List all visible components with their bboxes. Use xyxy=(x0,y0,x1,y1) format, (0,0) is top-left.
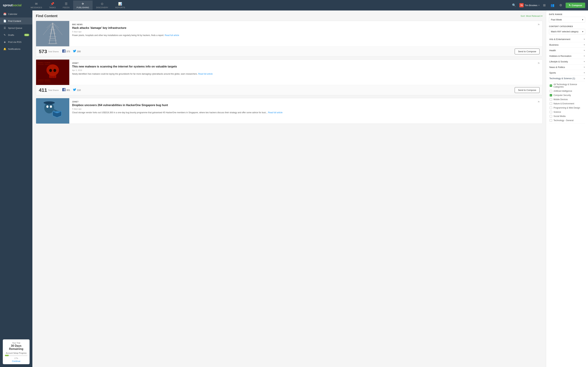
subcat-tech-general[interactable]: Technology - General xyxy=(549,118,585,123)
svg-text:01100101 10110100: 01100101 10110100 xyxy=(38,81,50,83)
nav-items: ✉ Messages 📌 Tasks ☰ Feeds ✈ Publishing … xyxy=(27,0,511,10)
tech-general-checkbox[interactable] xyxy=(550,119,552,122)
subcat-ai[interactable]: Artificial Intelligence xyxy=(549,89,585,93)
svg-point-30 xyxy=(46,105,49,108)
read-more-link-3[interactable]: Read full article xyxy=(268,111,283,114)
cat-sports[interactable]: Sports ▾ xyxy=(549,70,585,76)
nature-checkbox[interactable] xyxy=(550,102,552,105)
article-thumbnail-3 xyxy=(36,98,69,124)
subcat-science[interactable]: Science xyxy=(549,110,585,114)
mobile-checkbox[interactable] xyxy=(550,98,552,101)
nav-reports[interactable]: 📊 Reports xyxy=(112,0,129,10)
chevron-right-icon: ▾ xyxy=(584,72,585,74)
subcat-mobile-devices[interactable]: Mobile Devices xyxy=(549,97,585,101)
article-body-1: ⚑ BBC News Hack attacks 'damage' key inf… xyxy=(69,21,542,46)
cat-lifestyle[interactable]: Lifestyle & Society ▾ xyxy=(549,59,585,65)
nav-tasks[interactable]: 📌 Tasks xyxy=(46,0,59,10)
page-title: Find Content xyxy=(36,14,57,18)
ai-checkbox[interactable] xyxy=(550,90,552,92)
article-date-1: 5 days ago xyxy=(72,31,539,33)
trial-box: Your Trial 30 Days Remaining Account Set… xyxy=(3,339,30,364)
flag-button-3[interactable]: ⚑ xyxy=(537,100,540,104)
sidebar-item-calendar[interactable]: 📅 Calendar xyxy=(0,10,32,17)
twitter-share-2: 110 xyxy=(73,88,81,92)
gear-icon[interactable]: ⚙ xyxy=(558,3,563,8)
facebook-share-1: 373 xyxy=(62,50,70,53)
sidebar-item-post-rss[interactable]: ◈ Post via RSS xyxy=(0,38,32,45)
user-avatar: TB xyxy=(519,3,524,7)
cat-business[interactable]: Business ▾ xyxy=(549,42,585,48)
nav-discovery[interactable]: ⊙ Discovery xyxy=(93,0,112,10)
sidebar-item-sprout-queue[interactable]: ☰ Sprout Queue xyxy=(0,25,32,32)
shares-label-1: Total Shares xyxy=(48,50,59,53)
grid-icon[interactable]: ⊞ xyxy=(542,3,547,8)
cat-hobbies[interactable]: Hobbies & Recreation ▾ xyxy=(549,53,585,59)
science-checkbox[interactable] xyxy=(550,111,552,113)
content-cats-dropdown[interactable]: Match ANY selected category ▾ xyxy=(549,29,585,34)
article-title-2: This new malware is scanning the interne… xyxy=(72,65,539,68)
send-compose-button-2[interactable]: Send to Compose xyxy=(515,87,539,93)
article-body-3: ⚑ ZDNet Dropbox uncovers 264 vulnerabili… xyxy=(69,98,542,124)
reports-icon: 📊 xyxy=(118,2,122,6)
prog-checkbox[interactable] xyxy=(550,107,552,109)
sidebar-item-find-content[interactable]: 📄 Find Content xyxy=(0,17,32,25)
cat-tech-science[interactable]: Technology & Science (1) ▴ xyxy=(549,76,585,81)
flag-button-2[interactable]: ⚑ xyxy=(537,62,540,65)
content-cats-label: Content Categories xyxy=(549,25,585,27)
sort-control[interactable]: Sort: Most Relevant ▾ xyxy=(521,15,543,17)
progress-bar-fill xyxy=(5,355,9,356)
social-media-checkbox[interactable] xyxy=(550,115,552,117)
article-source-1: BBC News xyxy=(72,23,539,25)
continue-link[interactable]: Continue xyxy=(5,360,27,362)
user-menu[interactable]: TB Tim Brookes ▾ xyxy=(519,3,539,7)
subcat-computer-security[interactable]: ✓ Computer Security xyxy=(549,93,585,97)
sidebar-item-drafts[interactable]: ✎ Drafts New xyxy=(0,32,32,38)
cat-news[interactable]: News & Politics ▾ xyxy=(549,65,585,70)
chevron-down-icon: ▾ xyxy=(582,18,583,21)
facebook-icon xyxy=(62,50,65,53)
search-button[interactable]: 🔍 xyxy=(511,3,517,8)
subcat-social-media[interactable]: Social Media xyxy=(549,114,585,118)
article-date-3: 4 days ago xyxy=(72,108,539,110)
drafts-icon: ✎ xyxy=(3,33,6,36)
tasks-icon: 📌 xyxy=(50,2,54,6)
feeds-icon: ☰ xyxy=(65,2,68,6)
nav-feeds[interactable]: ☰ Feeds xyxy=(59,0,73,10)
subcat-all-tech[interactable]: − All Technology & Science Categories xyxy=(549,82,585,89)
nav-publishing[interactable]: ✈ Publishing xyxy=(73,0,93,10)
subcat-nature[interactable]: Nature & Environment xyxy=(549,101,585,106)
sidebar: 📅 Calendar 📄 Find Content ☰ Sprout Queue… xyxy=(0,10,32,367)
twitter-icon xyxy=(73,50,76,53)
trial-days: 30 Days Remaining xyxy=(5,344,27,350)
setup-label: Account Setup Progress xyxy=(5,352,27,354)
subcat-programming[interactable]: Programming & Web Design xyxy=(549,106,585,110)
cat-health[interactable]: Health ▾ xyxy=(549,48,585,53)
user-name: Tim Brookes xyxy=(525,4,537,7)
comp-sec-checkbox[interactable]: ✓ xyxy=(550,94,552,96)
date-range-dropdown[interactable]: Past Week ▾ xyxy=(549,17,585,23)
send-compose-button-1[interactable]: Send to Compose xyxy=(515,49,539,54)
logo[interactable]: sproutsocial xyxy=(3,3,22,7)
svg-rect-29 xyxy=(47,102,52,105)
compose-icon: ✎ xyxy=(569,4,571,7)
shares-label-2: Total Shares xyxy=(48,89,59,91)
nav-messages[interactable]: ✉ Messages xyxy=(27,0,46,10)
read-more-link-1[interactable]: Read full article xyxy=(165,34,179,36)
sidebar-item-notifications[interactable]: 🔔 Notifications xyxy=(0,45,32,52)
facebook-share-2: 301 xyxy=(62,88,70,92)
svg-point-15 xyxy=(47,65,59,76)
flag-button-1[interactable]: ⚑ xyxy=(537,23,540,26)
read-more-link-2[interactable]: Read full article xyxy=(198,73,213,75)
article-inner-3: ⚑ ZDNet Dropbox uncovers 264 vulnerabili… xyxy=(36,98,542,124)
people-icon[interactable]: 👥 xyxy=(549,3,556,8)
queue-icon: ☰ xyxy=(3,26,6,29)
svg-text:10110100 11001010: 10110100 11001010 xyxy=(38,64,50,65)
tech-subcategories: − All Technology & Science Categories Ar… xyxy=(549,81,585,124)
content-area: Find Content Sort: Most Relevant ▾ xyxy=(32,10,546,367)
compose-button[interactable]: ✎ Compose xyxy=(566,3,585,8)
svg-rect-1 xyxy=(36,21,69,46)
chevron-right-icon: ▾ xyxy=(584,44,585,46)
all-tech-checkbox[interactable]: − xyxy=(550,84,552,87)
cat-arts-entertainment[interactable]: Arts & Entertainment ▾ xyxy=(549,36,585,42)
svg-point-17 xyxy=(49,69,52,72)
